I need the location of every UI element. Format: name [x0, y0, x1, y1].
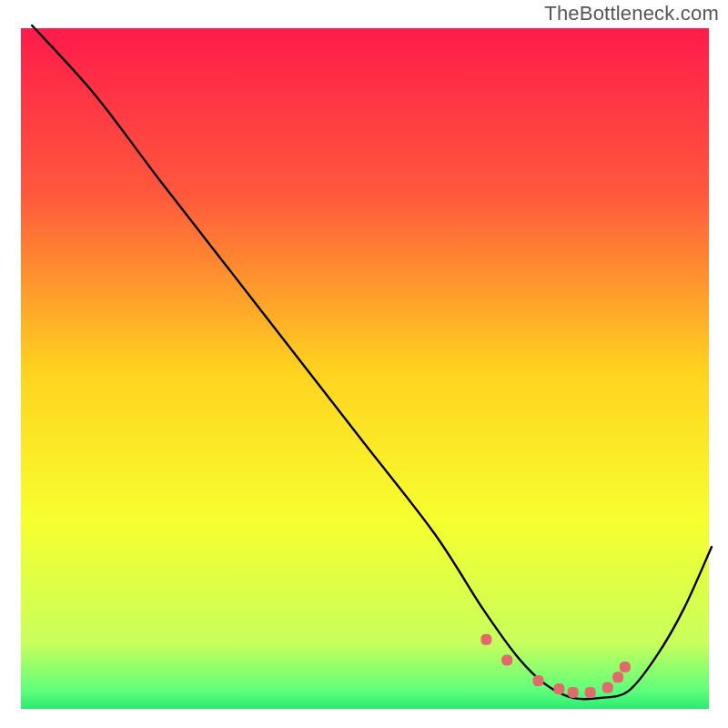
- marker-dot: [620, 662, 631, 672]
- marker-dot: [533, 675, 544, 686]
- marker-dot: [553, 683, 564, 694]
- marker-dot: [568, 687, 579, 698]
- bottleneck-chart: [0, 0, 728, 728]
- marker-dot: [602, 682, 613, 693]
- marker-dot: [612, 672, 623, 682]
- marker-dot: [501, 655, 512, 666]
- marker-dot: [585, 687, 596, 698]
- marker-dot: [480, 634, 491, 645]
- chart-frame: TheBottleneck.com: [0, 0, 728, 728]
- watermark-label: TheBottleneck.com: [544, 2, 719, 25]
